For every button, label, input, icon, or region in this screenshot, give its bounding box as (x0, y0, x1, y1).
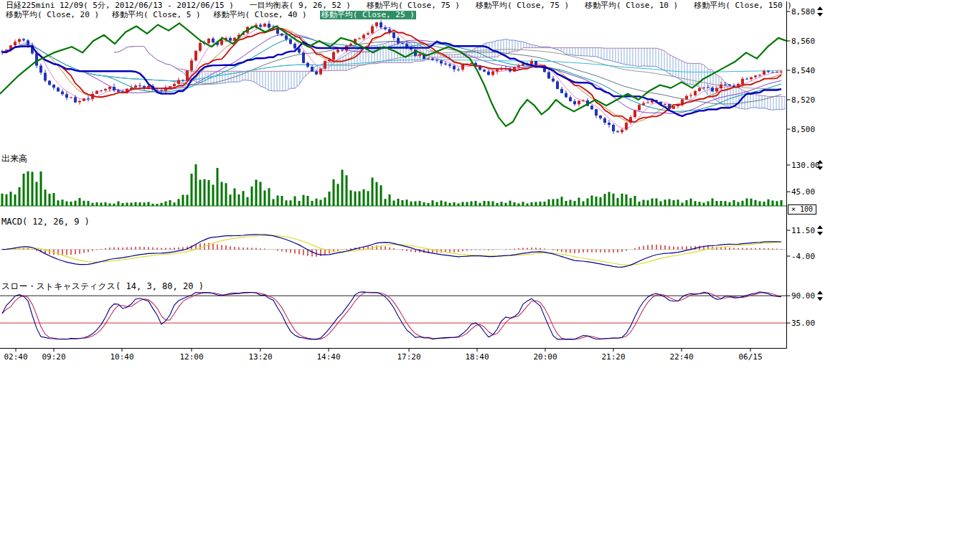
price-axis-label: 8,500 (791, 125, 815, 134)
stochastics-panel (0, 292, 786, 339)
stoch-axis-label: 35.00 (791, 319, 815, 328)
legend-row-1: 日経225mini 12/09( 5分, 2012/06/13 - 2012/0… (6, 1, 792, 10)
time-axis-label: 17:20 (397, 352, 420, 362)
volume-panel (0, 164, 786, 206)
time-axis-label: 09:20 (42, 352, 65, 362)
legend-ichimoku[interactable]: 一目均衡表( 9, 26, 52 ) (250, 1, 351, 10)
time-axis-label: 02:40 (4, 352, 27, 362)
legend-ma-25[interactable]: 移動平均( Close, 25 ) (320, 11, 416, 19)
macd-panel-title: MACD( 12, 26, 9 ) (1, 217, 90, 227)
price-panel (0, 20, 786, 134)
axis-scale-spinner[interactable] (817, 291, 823, 301)
legend-row-2: 移動平均( Close, 20 ) 移動平均( Close, 5 ) 移動平均(… (6, 11, 416, 19)
volume-axis-label: 130.00 (791, 161, 820, 170)
legend-ma-40[interactable]: 移動平均( Close, 40 ) (214, 11, 307, 19)
time-axis-label: 21:20 (601, 352, 625, 362)
macd-signal-line (2, 235, 781, 265)
instrument-title: 日経225mini 12/09( 5分, 2012/06/13 - 2012/0… (6, 1, 234, 10)
volume-axis-label: 45.00 (791, 187, 815, 197)
legend-ma-75-b[interactable]: 移動平均( Close, 75 ) (476, 1, 569, 10)
time-axis-label: 22:40 (669, 352, 693, 362)
time-axis-label: 14:40 (316, 352, 340, 362)
axis-scale-spinner[interactable] (817, 6, 823, 17)
macd-line (2, 235, 781, 268)
stoch-axis-label: 90.00 (791, 291, 815, 301)
macd-axis-label: 11.50 (791, 226, 815, 235)
time-axis-label: 06/15 (738, 352, 762, 362)
volume-bars (1, 164, 783, 206)
macd-panel (0, 235, 786, 268)
time-axis-label: 12:00 (179, 352, 203, 362)
price-axis-label: 8,520 (791, 95, 815, 105)
chart-canvas[interactable]: 8,5808,5608,5408,5208,500130.0045.0011.5… (0, 0, 980, 369)
legend-ma-10[interactable]: 移動平均( Close, 10 ) (585, 1, 678, 10)
stoch-d-line (2, 292, 781, 339)
macd-axis-label: -4.00 (791, 252, 815, 261)
volume-panel-title: 出来高 (1, 154, 27, 164)
legend-ma-5[interactable]: 移動平均( Close, 5 ) (112, 11, 200, 19)
stoch-panel-title: スロー・ストキャスティクス( 14, 3, 80, 20 ) (1, 282, 204, 291)
price-axis-label: 8,580 (791, 7, 815, 17)
time-axis-label: 13:20 (248, 352, 272, 362)
time-axis-label: 20:00 (533, 352, 557, 362)
axis-scale-spinner[interactable] (817, 225, 823, 235)
price-axis-label: 8,540 (791, 66, 815, 75)
legend-ma-20[interactable]: 移動平均( Close, 20 ) (6, 11, 99, 19)
price-axis-label: 8,560 (791, 37, 815, 46)
chart-window: 8,5808,5608,5408,5208,500130.0045.0011.5… (0, 0, 980, 551)
time-axis-label: 10:40 (110, 352, 133, 362)
legend-ma-75-a[interactable]: 移動平均( Close, 75 ) (367, 1, 460, 10)
volume-multiplier-badge: × 100 (788, 204, 816, 215)
stoch-k-line (2, 292, 781, 339)
time-axis-label: 18:40 (465, 352, 489, 362)
legend-ma-150[interactable]: 移動平均( Close, 150 ) (694, 1, 792, 10)
macd-histogram (11, 243, 781, 257)
